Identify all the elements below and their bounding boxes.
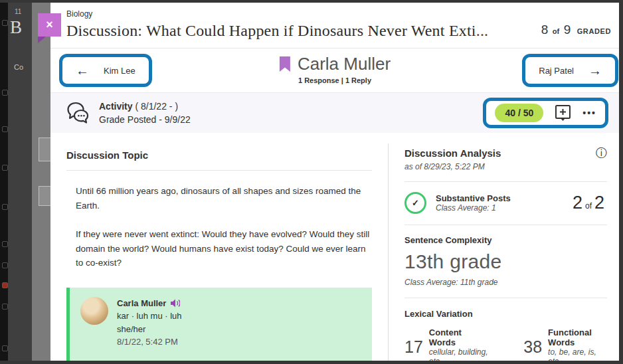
discussion-topic-heading: Discussion Topic <box>66 149 372 161</box>
more-options-menu-icon[interactable]: ••• <box>582 108 596 118</box>
close-button[interactable]: × <box>38 13 61 37</box>
current-student-block: Carla Muller 1 Response | 1 Reply <box>279 54 391 84</box>
activity-label: Activity <box>99 101 133 112</box>
base-navigation-rail <box>0 3 8 361</box>
next-student-button[interactable]: Raj Patel → <box>522 54 618 87</box>
check-icon: ✓ <box>412 198 419 208</box>
close-icon: × <box>46 18 53 32</box>
main-content: Discussion Topic Until 66 million years … <box>50 133 619 361</box>
previous-student-name: Kim Lee <box>104 66 135 76</box>
substantive-value: 2 <box>573 193 582 213</box>
app-window: 11 B Co × Biology Discussion: What Could… <box>0 0 623 364</box>
substantive-score: 2of2 <box>573 193 607 213</box>
functional-words-stat: 38 Functional Words to, be, are, is, etc… <box>523 327 607 361</box>
student-nav-row: ← Kim Lee Carla Muller 1 Response | 1 Re… <box>50 48 619 92</box>
sentence-complexity-label: Sentence Complexity <box>404 235 607 245</box>
background-text: B <box>10 17 22 38</box>
dimmed-page-background: 11 B Co <box>8 3 32 361</box>
discussion-column: Discussion Topic Until 66 million years … <box>50 133 388 361</box>
substantive-total: 2 <box>594 193 604 213</box>
sentence-complexity-section: Sentence Complexity 13th grade Class Ave… <box>404 225 607 298</box>
grade-controls: 40 / 50 ••• <box>483 98 608 128</box>
organizations-icon[interactable] <box>2 241 8 247</box>
arrow-left-icon: ← <box>76 63 89 78</box>
activity-dates: ( 8/1/22 - ) <box>133 101 178 112</box>
bookmark-icon[interactable] <box>279 56 291 72</box>
graded-total: 9 <box>564 23 571 37</box>
background-box <box>39 186 50 206</box>
functional-words-examples: to, be, are, is, etc. <box>548 347 607 361</box>
response-summary: 1 Response | 1 Reply <box>279 76 391 84</box>
add-feedback-icon[interactable] <box>555 104 571 122</box>
pronouns: she/her <box>117 323 182 336</box>
content-words-stat: 17 Content Words cellular, building, etc… <box>404 327 489 361</box>
discussion-analysis-panel: Discussion Analysis ⓘ as of 8/29/23, 5:2… <box>389 133 619 361</box>
graded-label: GRADED <box>577 27 611 35</box>
background-box <box>39 137 50 161</box>
previous-student-button[interactable]: ← Kim Lee <box>59 54 152 87</box>
messages-badge-icon[interactable] <box>2 282 8 288</box>
lexical-variation-section: Lexical Variation 17 Content Words cellu… <box>404 298 607 361</box>
graded-of: of <box>551 27 561 35</box>
lexical-variation-label: Lexical Variation <box>404 309 607 319</box>
pronunciation: kar · luh mu · luh <box>117 310 182 323</box>
topic-paragraph: If they were never went extinct: Would t… <box>76 227 372 270</box>
activity-text: Activity ( 8/1/22 - ) Grade Posted - 9/9… <box>99 100 191 127</box>
checkmark-circle-icon: ✓ <box>404 192 426 214</box>
response-timestamp: 8/1/22, 5:42 PM <box>117 335 182 349</box>
activity-stream-icon[interactable] <box>2 165 8 171</box>
institution-icon[interactable] <box>2 90 8 96</box>
dimmed-page-overlay <box>32 3 50 361</box>
avatar <box>80 297 108 325</box>
sentence-class-average: Class Average: 11th grade <box>404 278 607 287</box>
functional-words-label: Functional Words <box>548 327 607 347</box>
content-words-label: Content Words <box>429 327 489 347</box>
sentence-complexity-value: 13th grade <box>404 250 607 273</box>
current-student-name: Carla Muller <box>298 54 391 74</box>
graded-current: 8 <box>541 23 549 37</box>
grade-pill[interactable]: 40 / 50 <box>495 104 543 122</box>
activity-row: Activity ( 8/1/22 - ) Grade Posted - 9/9… <box>50 92 619 133</box>
profile-icon[interactable] <box>2 126 8 132</box>
nav-rail-icon[interactable] <box>2 20 8 26</box>
substantive-posts-row: ✓ Substantive Posts Class Average: 1 2of… <box>404 182 607 225</box>
grades-icon[interactable] <box>2 304 8 310</box>
divider <box>66 170 372 171</box>
courses-icon[interactable] <box>2 204 8 210</box>
info-icon[interactable]: ⓘ <box>596 147 607 159</box>
graded-progress: 8 of 9 GRADED <box>535 19 612 37</box>
tools-icon[interactable] <box>2 345 8 351</box>
grading-panel: Biology Discussion: What Could Happen if… <box>50 3 619 361</box>
substantive-of: of <box>582 201 594 211</box>
page-title: Discussion: What Could Happen if Dinosau… <box>66 22 488 40</box>
discussion-activity-icon <box>66 102 91 125</box>
topic-paragraph: Until 66 million years ago, dinosaurs of… <box>76 184 372 213</box>
background-text: 11 <box>15 8 21 15</box>
next-student-name: Raj Patel <box>539 66 574 76</box>
analysis-heading: Discussion Analysis <box>404 147 501 159</box>
student-response-card: Carla Muller kar · luh mu · luh she/her … <box>66 288 372 361</box>
breadcrumb: Biology <box>66 9 612 19</box>
analysis-as-of: as of 8/29/23, 5:22 PM <box>404 162 607 171</box>
panel-header: Biology Discussion: What Could Happen if… <box>50 3 619 48</box>
response-body: With a preponderance of dinosaurs remain… <box>80 357 361 361</box>
arrow-right-icon: → <box>588 63 602 78</box>
grade-posted-date: Grade Posted - 9/9/22 <box>99 113 191 126</box>
content-words-value: 17 <box>404 337 423 357</box>
pronunciation-audio-icon[interactable] <box>170 299 180 308</box>
substantive-class-average: Class Average: 1 <box>436 203 511 213</box>
functional-words-value: 38 <box>523 337 542 357</box>
background-text: Co <box>14 63 23 71</box>
substantive-posts-label: Substantive Posts <box>436 193 511 203</box>
response-author: Carla Muller <box>117 297 166 310</box>
content-words-examples: cellular, building, etc. <box>429 347 489 361</box>
calendar-icon[interactable] <box>2 262 8 268</box>
